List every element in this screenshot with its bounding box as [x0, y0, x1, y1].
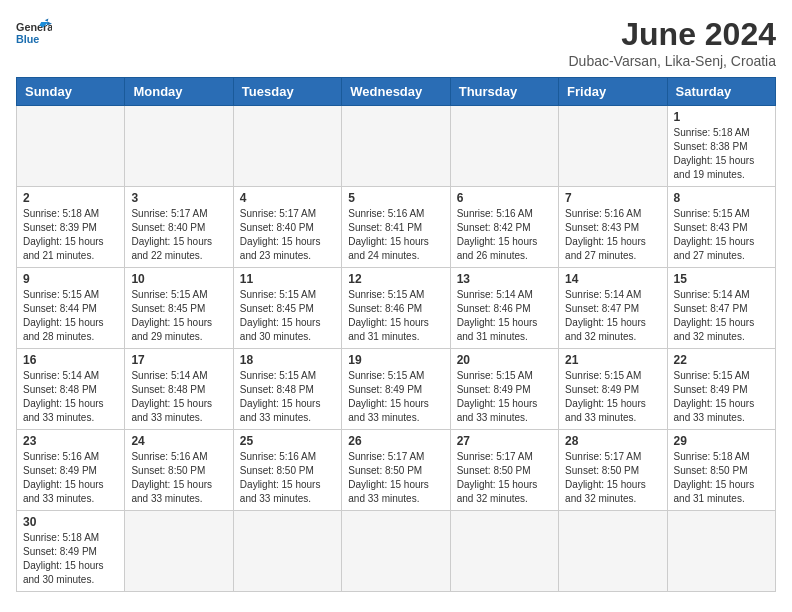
day-info-text: Sunrise: 5:14 AM Sunset: 8:47 PM Dayligh…	[565, 288, 660, 344]
calendar-day-cell: 13Sunrise: 5:14 AM Sunset: 8:46 PM Dayli…	[450, 268, 558, 349]
calendar-day-cell: 29Sunrise: 5:18 AM Sunset: 8:50 PM Dayli…	[667, 430, 775, 511]
logo: General Blue	[16, 16, 52, 46]
day-info-text: Sunrise: 5:15 AM Sunset: 8:43 PM Dayligh…	[674, 207, 769, 263]
day-info-text: Sunrise: 5:14 AM Sunset: 8:47 PM Dayligh…	[674, 288, 769, 344]
calendar-day-cell: 5Sunrise: 5:16 AM Sunset: 8:41 PM Daylig…	[342, 187, 450, 268]
calendar-week-row: 23Sunrise: 5:16 AM Sunset: 8:49 PM Dayli…	[17, 430, 776, 511]
calendar-day-cell: 17Sunrise: 5:14 AM Sunset: 8:48 PM Dayli…	[125, 349, 233, 430]
day-number: 14	[565, 272, 660, 286]
calendar-week-row: 30Sunrise: 5:18 AM Sunset: 8:49 PM Dayli…	[17, 511, 776, 592]
day-number: 1	[674, 110, 769, 124]
day-number: 28	[565, 434, 660, 448]
calendar-day-cell	[559, 106, 667, 187]
day-info-text: Sunrise: 5:15 AM Sunset: 8:49 PM Dayligh…	[457, 369, 552, 425]
calendar-day-cell	[125, 106, 233, 187]
header: General Blue June 2024 Dubac-Varsan, Lik…	[16, 16, 776, 69]
month-year-title: June 2024	[568, 16, 776, 53]
calendar-day-cell	[125, 511, 233, 592]
day-info-text: Sunrise: 5:17 AM Sunset: 8:40 PM Dayligh…	[131, 207, 226, 263]
day-info-text: Sunrise: 5:15 AM Sunset: 8:49 PM Dayligh…	[565, 369, 660, 425]
location-subtitle: Dubac-Varsan, Lika-Senj, Croatia	[568, 53, 776, 69]
day-number: 2	[23, 191, 118, 205]
calendar-day-cell	[233, 511, 341, 592]
calendar-day-cell: 27Sunrise: 5:17 AM Sunset: 8:50 PM Dayli…	[450, 430, 558, 511]
calendar-day-cell: 11Sunrise: 5:15 AM Sunset: 8:45 PM Dayli…	[233, 268, 341, 349]
calendar-day-cell: 24Sunrise: 5:16 AM Sunset: 8:50 PM Dayli…	[125, 430, 233, 511]
calendar-day-cell	[559, 511, 667, 592]
day-number: 15	[674, 272, 769, 286]
day-info-text: Sunrise: 5:18 AM Sunset: 8:50 PM Dayligh…	[674, 450, 769, 506]
day-header-tuesday: Tuesday	[233, 78, 341, 106]
day-header-saturday: Saturday	[667, 78, 775, 106]
calendar-day-cell: 9Sunrise: 5:15 AM Sunset: 8:44 PM Daylig…	[17, 268, 125, 349]
day-info-text: Sunrise: 5:15 AM Sunset: 8:45 PM Dayligh…	[131, 288, 226, 344]
day-info-text: Sunrise: 5:17 AM Sunset: 8:50 PM Dayligh…	[565, 450, 660, 506]
calendar-day-cell: 7Sunrise: 5:16 AM Sunset: 8:43 PM Daylig…	[559, 187, 667, 268]
day-header-friday: Friday	[559, 78, 667, 106]
day-number: 27	[457, 434, 552, 448]
day-info-text: Sunrise: 5:14 AM Sunset: 8:48 PM Dayligh…	[131, 369, 226, 425]
calendar-day-cell: 2Sunrise: 5:18 AM Sunset: 8:39 PM Daylig…	[17, 187, 125, 268]
day-info-text: Sunrise: 5:14 AM Sunset: 8:48 PM Dayligh…	[23, 369, 118, 425]
day-info-text: Sunrise: 5:15 AM Sunset: 8:46 PM Dayligh…	[348, 288, 443, 344]
day-info-text: Sunrise: 5:15 AM Sunset: 8:44 PM Dayligh…	[23, 288, 118, 344]
calendar-day-cell: 10Sunrise: 5:15 AM Sunset: 8:45 PM Dayli…	[125, 268, 233, 349]
calendar-day-cell: 28Sunrise: 5:17 AM Sunset: 8:50 PM Dayli…	[559, 430, 667, 511]
day-number: 8	[674, 191, 769, 205]
day-number: 18	[240, 353, 335, 367]
calendar-week-row: 1Sunrise: 5:18 AM Sunset: 8:38 PM Daylig…	[17, 106, 776, 187]
day-number: 10	[131, 272, 226, 286]
calendar-day-cell	[667, 511, 775, 592]
day-headers-row: SundayMondayTuesdayWednesdayThursdayFrid…	[17, 78, 776, 106]
day-number: 19	[348, 353, 443, 367]
day-info-text: Sunrise: 5:16 AM Sunset: 8:43 PM Dayligh…	[565, 207, 660, 263]
day-info-text: Sunrise: 5:15 AM Sunset: 8:48 PM Dayligh…	[240, 369, 335, 425]
day-info-text: Sunrise: 5:17 AM Sunset: 8:40 PM Dayligh…	[240, 207, 335, 263]
calendar-day-cell: 30Sunrise: 5:18 AM Sunset: 8:49 PM Dayli…	[17, 511, 125, 592]
day-number: 23	[23, 434, 118, 448]
calendar-week-row: 16Sunrise: 5:14 AM Sunset: 8:48 PM Dayli…	[17, 349, 776, 430]
day-number: 30	[23, 515, 118, 529]
calendar-day-cell: 15Sunrise: 5:14 AM Sunset: 8:47 PM Dayli…	[667, 268, 775, 349]
day-number: 11	[240, 272, 335, 286]
day-info-text: Sunrise: 5:16 AM Sunset: 8:41 PM Dayligh…	[348, 207, 443, 263]
day-number: 4	[240, 191, 335, 205]
day-number: 21	[565, 353, 660, 367]
day-info-text: Sunrise: 5:17 AM Sunset: 8:50 PM Dayligh…	[457, 450, 552, 506]
calendar-day-cell	[450, 106, 558, 187]
day-number: 22	[674, 353, 769, 367]
day-number: 29	[674, 434, 769, 448]
calendar-day-cell: 1Sunrise: 5:18 AM Sunset: 8:38 PM Daylig…	[667, 106, 775, 187]
day-number: 3	[131, 191, 226, 205]
day-number: 24	[131, 434, 226, 448]
calendar-day-cell: 8Sunrise: 5:15 AM Sunset: 8:43 PM Daylig…	[667, 187, 775, 268]
calendar-table: SundayMondayTuesdayWednesdayThursdayFrid…	[16, 77, 776, 592]
day-number: 16	[23, 353, 118, 367]
day-number: 5	[348, 191, 443, 205]
title-block: June 2024 Dubac-Varsan, Lika-Senj, Croat…	[568, 16, 776, 69]
calendar-day-cell	[233, 106, 341, 187]
calendar-day-cell	[342, 106, 450, 187]
calendar-day-cell: 12Sunrise: 5:15 AM Sunset: 8:46 PM Dayli…	[342, 268, 450, 349]
day-number: 26	[348, 434, 443, 448]
day-info-text: Sunrise: 5:18 AM Sunset: 8:39 PM Dayligh…	[23, 207, 118, 263]
day-header-thursday: Thursday	[450, 78, 558, 106]
calendar-day-cell: 20Sunrise: 5:15 AM Sunset: 8:49 PM Dayli…	[450, 349, 558, 430]
calendar-day-cell: 26Sunrise: 5:17 AM Sunset: 8:50 PM Dayli…	[342, 430, 450, 511]
day-header-wednesday: Wednesday	[342, 78, 450, 106]
day-number: 17	[131, 353, 226, 367]
day-info-text: Sunrise: 5:16 AM Sunset: 8:49 PM Dayligh…	[23, 450, 118, 506]
calendar-day-cell	[342, 511, 450, 592]
calendar-day-cell	[17, 106, 125, 187]
svg-text:Blue: Blue	[16, 33, 39, 45]
calendar-day-cell: 18Sunrise: 5:15 AM Sunset: 8:48 PM Dayli…	[233, 349, 341, 430]
day-info-text: Sunrise: 5:14 AM Sunset: 8:46 PM Dayligh…	[457, 288, 552, 344]
calendar-day-cell: 25Sunrise: 5:16 AM Sunset: 8:50 PM Dayli…	[233, 430, 341, 511]
day-info-text: Sunrise: 5:16 AM Sunset: 8:42 PM Dayligh…	[457, 207, 552, 263]
day-number: 20	[457, 353, 552, 367]
calendar-day-cell: 22Sunrise: 5:15 AM Sunset: 8:49 PM Dayli…	[667, 349, 775, 430]
calendar-day-cell: 23Sunrise: 5:16 AM Sunset: 8:49 PM Dayli…	[17, 430, 125, 511]
day-number: 7	[565, 191, 660, 205]
day-number: 13	[457, 272, 552, 286]
calendar-day-cell: 16Sunrise: 5:14 AM Sunset: 8:48 PM Dayli…	[17, 349, 125, 430]
